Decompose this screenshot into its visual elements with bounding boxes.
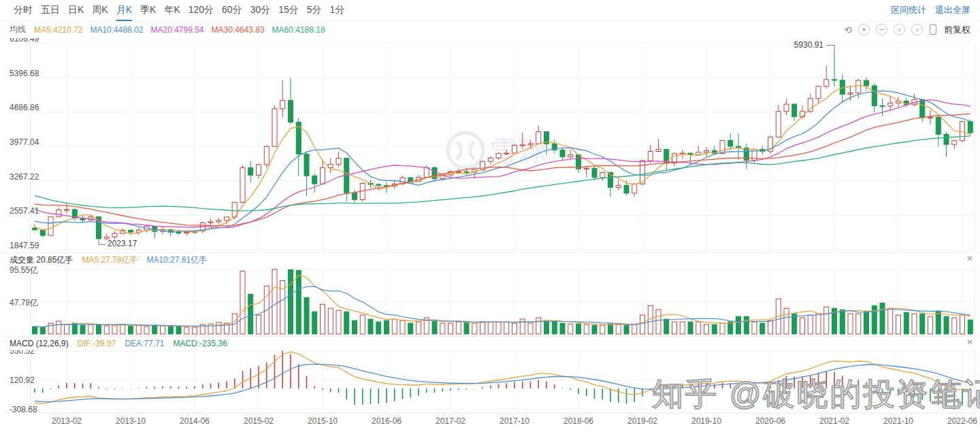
zoom-in-icon[interactable]: + bbox=[858, 24, 870, 35]
tab-period-4[interactable]: 周K bbox=[92, 0, 108, 20]
date-tick-9: 2019-02 bbox=[619, 416, 666, 426]
tab-period-6[interactable]: 季K bbox=[140, 0, 156, 20]
price-tick-5: 2557.41 bbox=[10, 206, 39, 216]
date-tick-11: 2020-06 bbox=[747, 416, 794, 426]
date-tick-13: 2021-10 bbox=[875, 416, 922, 426]
price-tick-2: 4686.86 bbox=[10, 103, 39, 112]
volume-ma-lines bbox=[35, 276, 970, 327]
ma-legend-row: 均线 MA5:4210.72MA10:4488.02MA20:4799.54MA… bbox=[0, 21, 980, 38]
volume-ma-ma10: MA10:27.61亿手 bbox=[146, 254, 207, 266]
chart-canvas[interactable] bbox=[0, 0, 980, 434]
ma-values: MA5:4210.72MA10:4488.02MA20:4799.54MA30:… bbox=[34, 25, 333, 35]
ma-value-ma60: MA60:4188.18 bbox=[272, 25, 325, 35]
pan-right-icon[interactable]: › bbox=[911, 24, 923, 35]
date-tick-5: 2016-06 bbox=[363, 416, 410, 426]
volume-title: 成交量 20.85亿手 bbox=[10, 254, 73, 266]
annotation-low: 2023.17 bbox=[108, 239, 137, 248]
date-tick-12: 2021-02 bbox=[811, 416, 858, 426]
macd-title: MACD (12,26,9) bbox=[10, 339, 69, 348]
volume-close-icon[interactable]: ✕ bbox=[966, 254, 973, 263]
date-tick-1: 2013-10 bbox=[107, 416, 154, 426]
tab-period-3[interactable]: 日K bbox=[68, 0, 84, 20]
undo-icon[interactable]: ⟲ bbox=[844, 25, 852, 35]
macd-values: DIF:-39.97DEA:77.71MACD:-235.36 bbox=[78, 339, 236, 348]
date-tick-10: 2019-10 bbox=[683, 416, 730, 426]
tab-period-11[interactable]: 15分 bbox=[278, 0, 299, 20]
ma-value-ma30: MA30:4643.83 bbox=[212, 25, 265, 35]
date-tick-4: 2015-10 bbox=[299, 416, 346, 426]
price-adjust-selector[interactable]: 前复权 bbox=[944, 24, 970, 36]
date-tick-3: 2015-02 bbox=[235, 416, 282, 426]
price-tick-1: 5396.68 bbox=[10, 69, 39, 78]
tab-period-2[interactable]: 五日 bbox=[41, 0, 60, 20]
exit-fullscreen-button[interactable]: 退出全屏 bbox=[935, 4, 970, 16]
tab-period-5[interactable]: 月K bbox=[116, 0, 132, 21]
pan-left-icon[interactable]: ‹ bbox=[894, 24, 905, 35]
macd-pane-header: MACD (12,26,9) DIF:-39.97DEA:77.71MACD:-… bbox=[0, 337, 980, 350]
ma-value-ma10: MA10:4488.02 bbox=[90, 25, 143, 35]
toolbar-right: 区间统计 退出全屏 bbox=[891, 4, 970, 16]
volume-ma-ma5: MA5:27.78亿手 bbox=[82, 254, 137, 266]
tab-period-9[interactable]: 60分 bbox=[222, 0, 242, 20]
date-tick-6: 2017-02 bbox=[427, 416, 474, 426]
tab-period-13[interactable]: 1分 bbox=[330, 0, 345, 20]
ma-value-ma20: MA20:4799.54 bbox=[150, 25, 203, 35]
tab-period-1[interactable]: 分时 bbox=[14, 0, 33, 20]
date-tick-2: 2014-06 bbox=[171, 416, 218, 426]
tab-period-10[interactable]: 30分 bbox=[250, 0, 271, 20]
macd-close-icon[interactable]: ✕ bbox=[966, 337, 973, 347]
macd-dif: DIF:-39.97 bbox=[78, 339, 116, 348]
macd-lines bbox=[35, 352, 970, 403]
mobile-icon[interactable] bbox=[930, 24, 936, 35]
period-tabs: 分时五日日K周K月K季K年K120分60分30分15分5分1分 bbox=[10, 0, 348, 21]
period-toolbar: 分时五日日K周K月K季K年K120分60分30分15分5分1分 区间统计 退出全… bbox=[0, 0, 980, 21]
date-tick-7: 2017-10 bbox=[491, 416, 538, 426]
price-tick-4: 3267.22 bbox=[10, 172, 39, 182]
macd-macd_text: MACD:-235.36 bbox=[173, 339, 227, 348]
volume-tick-1: 47.78亿 bbox=[10, 297, 38, 309]
tab-period-8[interactable]: 120分 bbox=[189, 0, 214, 20]
tab-period-7[interactable]: 年K bbox=[164, 0, 180, 20]
ma-value-ma5: MA5:4210.72 bbox=[34, 25, 82, 35]
stock-chart-app: 分时五日日K周K月K季K年K120分60分30分15分5分1分 区间统计 退出全… bbox=[0, 0, 980, 434]
volume-pane-header: 成交量 20.85亿手 MA5:27.78亿手MA10:27.61亿手 ✕ bbox=[0, 253, 980, 267]
range-stats-button[interactable]: 区间统计 bbox=[891, 4, 926, 16]
price-ma-lines bbox=[35, 86, 970, 235]
ma-row-title: 均线 bbox=[10, 24, 26, 35]
zoom-out-icon[interactable]: − bbox=[876, 24, 887, 35]
macd-dea: DEA:77.71 bbox=[125, 339, 164, 348]
volume-ma-values: MA5:27.78亿手MA10:27.61亿手 bbox=[82, 254, 216, 266]
price-tick-6: 1847.59 bbox=[10, 241, 39, 250]
date-tick-8: 2018-06 bbox=[555, 416, 602, 426]
date-tick-14: 2022-06 bbox=[938, 416, 980, 426]
tab-period-12[interactable]: 5分 bbox=[307, 0, 322, 20]
macd-tick-1: 120.92 bbox=[10, 375, 35, 385]
annotation-high: 5930.91 bbox=[776, 40, 823, 50]
chart-controls: ⟲ + − ‹ › 前复权 bbox=[844, 24, 970, 36]
date-tick-0: 2013-02 bbox=[43, 416, 91, 426]
price-tick-3: 3977.04 bbox=[10, 137, 39, 147]
macd-tick-2: -308.68 bbox=[10, 405, 37, 414]
